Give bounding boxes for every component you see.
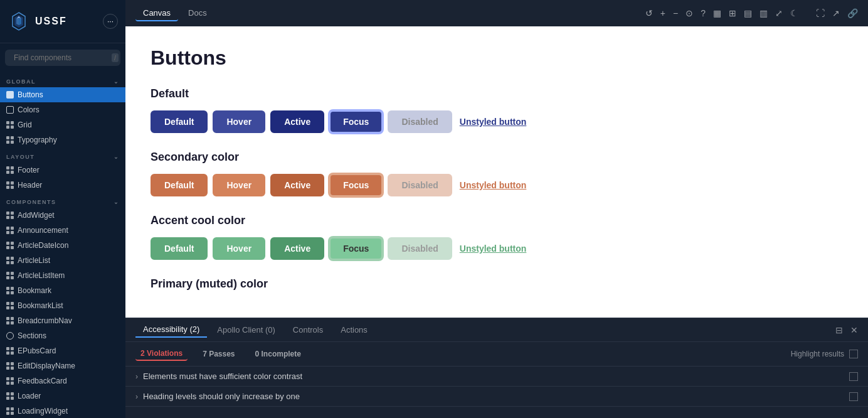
active-primary-btn[interactable]: Active [270, 110, 324, 133]
split-view-icon[interactable]: ⊟ [835, 325, 843, 335]
grid-2-icon[interactable]: ▦ [713, 8, 721, 18]
sidebar-item-feedbackcard[interactable]: FeedbackCard [0, 373, 125, 389]
passes-badge[interactable]: 7 Passes [198, 348, 240, 360]
hover-secondary-btn[interactable]: Hover [213, 174, 265, 196]
sidebar-item-colors[interactable]: Colors [0, 102, 125, 117]
chevron-right-icon-1: › [135, 392, 138, 401]
tab-canvas[interactable]: Canvas [135, 6, 178, 21]
tab-controls[interactable]: Controls [285, 323, 331, 337]
default-btn-row: Default Hover Active Focus Disabled Unst… [151, 110, 843, 133]
section-header-layout: LAYOUT ⌄ [0, 147, 125, 163]
section-title-default: Default [151, 87, 843, 100]
sidebar-item-grid[interactable]: Grid [0, 117, 125, 132]
section-header-components: COMPONENTS ⌄ [0, 193, 125, 208]
tab-docs[interactable]: Docs [181, 6, 214, 21]
editdisplayname-icon [6, 362, 14, 370]
breadcrumbnav-icon [6, 317, 14, 324]
moon-icon[interactable]: ☾ [790, 8, 798, 18]
disabled-secondary-btn: Disabled [388, 174, 452, 196]
active-secondary-btn[interactable]: Active [270, 174, 324, 196]
sidebar-item-typography[interactable]: Typography [0, 132, 125, 147]
articlelist-icon [6, 257, 14, 264]
disabled-primary-btn: Disabled [388, 110, 452, 133]
violation-row-0[interactable]: › Elements must have sufficient color co… [125, 367, 868, 387]
tab-accessibility[interactable]: Accessibility (2) [135, 322, 207, 338]
help-icon[interactable]: ? [701, 8, 706, 18]
boomarklist-icon [6, 302, 14, 309]
sidebar-item-epubscard[interactable]: EPubsCard [0, 343, 125, 358]
articlelistitem-icon [6, 272, 14, 279]
table-2-icon[interactable]: ▥ [760, 8, 768, 18]
tab-actions[interactable]: Actions [333, 323, 375, 337]
violation-text-1: Heading levels should only increase by o… [143, 392, 844, 401]
bottom-panel: Accessibility (2) Apollo Client (0) Cont… [125, 318, 868, 418]
sidebar-item-loader[interactable]: Loader [0, 389, 125, 404]
close-panel-icon[interactable]: ✕ [850, 325, 858, 335]
external-link-icon[interactable]: ↗ [832, 8, 840, 18]
unstyled-accent-btn[interactable]: Unstyled button [457, 238, 529, 259]
zoom-fit-icon[interactable]: ⊙ [685, 8, 693, 18]
sidebar-item-bookmarklist[interactable]: BookmarkList [0, 298, 125, 313]
unstyled-primary-btn[interactable]: Unstyled button [457, 112, 529, 132]
sidebar-logo: USSF ··· [0, 0, 125, 43]
tab-apollo[interactable]: Apollo Client (0) [209, 323, 283, 337]
violation-rows: › Elements must have sufficient color co… [125, 367, 868, 418]
violation-checkbox-1[interactable] [849, 392, 858, 401]
sidebar-item-sections[interactable]: Sections [0, 328, 125, 343]
default-accent-btn[interactable]: Default [151, 237, 208, 260]
addwidget-icon [6, 212, 14, 219]
search-input[interactable] [14, 53, 108, 62]
incomplete-badge[interactable]: 0 Incomplete [250, 348, 306, 360]
expand-icon[interactable]: ⤢ [775, 8, 783, 18]
highlight-checkbox[interactable] [849, 350, 858, 358]
epubscard-icon [6, 347, 14, 355]
focus-accent-btn[interactable]: Focus [329, 237, 383, 260]
sidebar: USSF ··· / GLOBAL ⌄ Buttons Colors Grid [0, 0, 125, 418]
typography-icon [6, 136, 14, 144]
sidebar-item-footer[interactable]: Footer [0, 163, 125, 178]
zoom-in-icon[interactable]: + [660, 8, 665, 18]
search-bar[interactable]: / [5, 50, 120, 66]
sidebar-item-loadingwidget[interactable]: LoadingWidget [0, 404, 125, 418]
sidebar-item-editdisplayname[interactable]: EditDisplayName [0, 358, 125, 373]
zoom-out-icon[interactable]: − [673, 8, 678, 18]
violations-badge[interactable]: 2 Violations [135, 347, 188, 361]
highlight-results: Highlight results [791, 350, 858, 358]
hover-primary-btn[interactable]: Hover [213, 110, 265, 133]
sidebar-item-addwidget[interactable]: AddWidget [0, 208, 125, 223]
sidebar-item-articlelistitem[interactable]: ArticleListItem [0, 268, 125, 283]
sidebar-item-header[interactable]: Header [0, 178, 125, 193]
fullscreen-icon[interactable]: ⛶ [816, 8, 825, 18]
table-icon[interactable]: ▤ [744, 8, 752, 18]
header-icon [6, 181, 14, 189]
more-button[interactable]: ··· [103, 14, 118, 29]
sidebar-item-breadcrumbnav[interactable]: BreadcrumbNav [0, 313, 125, 328]
main-area: Canvas Docs ↺ + − ⊙ ? ▦ ⊞ ▤ ▥ ⤢ ☾ ⛶ ↗ 🔗 … [125, 0, 868, 418]
unstyled-secondary-btn[interactable]: Unstyled button [457, 175, 529, 195]
feedbackcard-icon [6, 377, 14, 385]
violation-checkbox-0[interactable] [849, 372, 858, 381]
sidebar-item-bookmark[interactable]: Bookmark [0, 283, 125, 298]
accent-btn-row: Default Hover Active Focus Disabled Unst… [151, 237, 843, 260]
hover-accent-btn[interactable]: Hover [213, 237, 265, 260]
focus-secondary-btn[interactable]: Focus [329, 174, 383, 196]
sidebar-content: GLOBAL ⌄ Buttons Colors Grid Typography … [0, 72, 125, 418]
default-secondary-btn[interactable]: Default [151, 174, 208, 196]
active-accent-btn[interactable]: Active [270, 237, 324, 260]
bottom-tab-actions: ⊟ ✕ [835, 325, 858, 335]
link-icon[interactable]: 🔗 [847, 8, 858, 18]
section-header-global: GLOBAL ⌄ [0, 72, 125, 87]
sidebar-item-articlelist[interactable]: ArticleList [0, 253, 125, 268]
violation-row-1[interactable]: › Heading levels should only increase by… [125, 387, 868, 407]
grid-3-icon[interactable]: ⊞ [729, 8, 736, 18]
focus-primary-btn[interactable]: Focus [329, 110, 383, 133]
default-primary-btn[interactable]: Default [151, 110, 208, 133]
refresh-icon[interactable]: ↺ [645, 8, 653, 18]
sidebar-item-articledateicon[interactable]: ArticleDateIcon [0, 238, 125, 253]
bottom-tabs: Accessibility (2) Apollo Client (0) Cont… [125, 318, 868, 342]
buttons-icon [6, 91, 14, 99]
violations-bar: 2 Violations 7 Passes 0 Incomplete Highl… [125, 342, 868, 367]
sidebar-item-buttons[interactable]: Buttons [0, 87, 125, 102]
sidebar-item-announcement[interactable]: Announcement [0, 223, 125, 238]
highlight-results-label: Highlight results [791, 350, 844, 358]
